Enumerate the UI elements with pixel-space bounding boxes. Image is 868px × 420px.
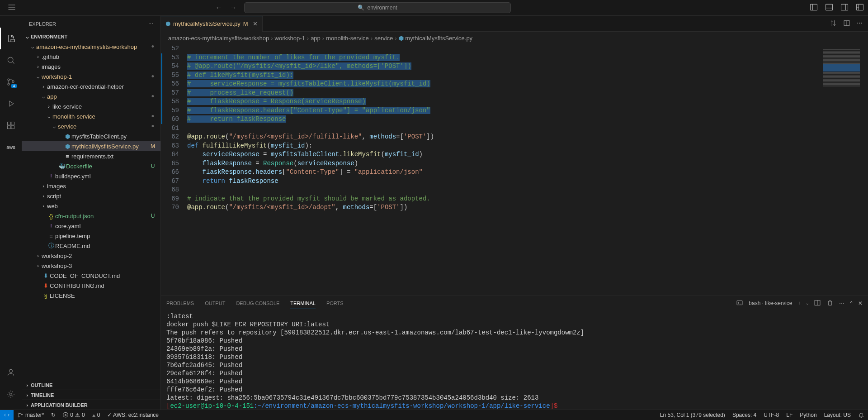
split-editor-icon[interactable] [843, 19, 850, 28]
activity-search[interactable] [0, 49, 22, 71]
panel-tabs: PROBLEMSOUTPUTDEBUG CONSOLETERMINALPORTS… [161, 296, 868, 310]
tree-item[interactable]: §LICENSE [22, 291, 160, 301]
panel-close-icon[interactable]: ✕ [858, 300, 863, 306]
app-menu-button[interactable] [7, 3, 16, 13]
breadcrumb-segment[interactable]: ⬢ mythicalMysfitsService.py [399, 35, 472, 42]
code-content[interactable]: # increment the number of likes for the … [187, 44, 868, 296]
activity-aws[interactable]: aws [0, 136, 22, 158]
tree-item[interactable]: ⬢mysfitsTableClient.py [22, 131, 160, 141]
terminal-new-icon[interactable]: + [797, 300, 801, 306]
tree-item[interactable]: ≡pipeline.temp [22, 231, 160, 241]
status-indent[interactable]: Spaces: 4 [729, 410, 760, 420]
status-encoding[interactable]: UTF-8 [760, 410, 783, 420]
appbuilder-section[interactable]: ›APPLICATION BUILDER [22, 400, 160, 410]
svg-rect-0 [811, 4, 817, 10]
status-layout[interactable]: Layout: US [821, 410, 854, 420]
tree-item[interactable]: !buildspec.yml [22, 171, 160, 181]
terminal-split-icon[interactable] [814, 299, 821, 308]
svg-rect-9 [11, 122, 14, 125]
remote-indicator[interactable] [0, 410, 14, 420]
status-aws[interactable]: ✓ AWS: ec2:instance [104, 410, 162, 420]
tree-item[interactable]: ≡requirements.txt [22, 151, 160, 161]
tree-item[interactable]: ›.github [22, 52, 160, 62]
tree-item[interactable]: ›web [22, 201, 160, 211]
tree-item[interactable]: ⓘREADME.md [22, 241, 160, 251]
tree-item[interactable]: ›workshop-3 [22, 261, 160, 271]
compare-changes-icon[interactable] [830, 19, 837, 28]
svg-point-6 [8, 83, 9, 85]
status-sync[interactable]: ↻ [47, 410, 59, 420]
activity-explorer[interactable] [0, 28, 22, 49]
nav-forward-icon[interactable]: → [230, 4, 237, 12]
file-tree[interactable]: ⌵amazon-ecs-mythicalmysfits-workshop•›.g… [22, 42, 160, 380]
breadcrumb[interactable]: amazon-ecs-mythicalmysfits-workshop › wo… [161, 32, 868, 44]
tree-item[interactable]: 🐳DockerfileU [22, 161, 160, 171]
activity-accounts[interactable] [0, 362, 22, 383]
tree-item[interactable]: ⬇CODE_OF_CONDUCT.md [22, 271, 160, 281]
tree-item[interactable]: ⬇CONTRIBUTING.md [22, 281, 160, 291]
nav-back-icon[interactable]: ← [215, 4, 222, 12]
terminal-shell-icon [736, 299, 743, 308]
explorer-more-icon[interactable]: ⋯ [148, 21, 153, 27]
breadcrumb-segment[interactable]: service [374, 35, 393, 42]
status-ports[interactable]: ⟁0 [89, 410, 104, 420]
status-cursor-position[interactable]: Ln 53, Col 1 (379 selected) [656, 410, 729, 420]
panel-more-icon[interactable]: ⋯ [839, 300, 844, 306]
status-eol[interactable]: LF [783, 410, 796, 420]
tree-item[interactable]: ⌵app• [22, 91, 160, 101]
statusbar: master* ↻ ⓧ0 ⚠0 ⟁0 ✓ AWS: ec2:instance L… [0, 410, 868, 420]
tab-active-file[interactable]: ⬢ mythicalMysfitsService.py M ✕ [161, 16, 263, 32]
panel-tab-terminal[interactable]: TERMINAL [290, 298, 316, 309]
layout-customize-icon[interactable] [855, 3, 864, 13]
layout-toggle-bottom-icon[interactable] [825, 3, 834, 13]
tree-item[interactable]: ›images [22, 181, 160, 191]
layout-toggle-right-icon[interactable] [840, 3, 849, 13]
editor-more-icon[interactable]: ⋯ [857, 19, 863, 28]
tree-item[interactable]: ›like-service [22, 101, 160, 111]
svg-point-7 [12, 81, 14, 82]
activity-source-control[interactable]: 4 [0, 71, 22, 93]
status-problems[interactable]: ⓧ0 ⚠0 [59, 410, 88, 420]
tree-item[interactable]: ›images [22, 62, 160, 72]
terminal-dropdown-icon[interactable]: ⌵ [806, 301, 808, 305]
status-language[interactable]: Python [796, 410, 820, 420]
activity-extensions[interactable] [0, 115, 22, 136]
breadcrumb-segment[interactable]: amazon-ecs-mythicalmysfits-workshop [168, 35, 269, 42]
minimap[interactable] [821, 44, 862, 296]
tree-item[interactable]: ⌵service• [22, 121, 160, 131]
tab-close-icon[interactable]: ✕ [253, 20, 258, 27]
layout-toggle-left-icon[interactable] [809, 3, 818, 13]
status-branch[interactable]: master* [14, 410, 47, 420]
svg-point-19 [21, 414, 22, 415]
tree-item[interactable]: !core.yaml [22, 221, 160, 231]
activity-run-debug[interactable] [0, 93, 22, 115]
panel-section: PROBLEMSOUTPUTDEBUG CONSOLETERMINALPORTS… [161, 296, 868, 410]
panel-tab-output[interactable]: OUTPUT [205, 298, 225, 309]
tree-item[interactable]: ›workshop-2 [22, 251, 160, 261]
tree-item[interactable]: ›script [22, 191, 160, 201]
tree-item[interactable]: ⌵amazon-ecs-mythicalmysfits-workshop• [22, 42, 160, 52]
tree-item[interactable]: ⌵monolith-service• [22, 111, 160, 121]
timeline-section[interactable]: ›TIMELINE [22, 390, 160, 400]
terminal-output[interactable]: :latest docker push $LIKE_ECR_REPOSITORY… [161, 310, 868, 410]
tree-item[interactable]: ⌵workshop-1• [22, 72, 160, 81]
activity-settings[interactable] [0, 383, 22, 405]
breadcrumb-segment[interactable]: workshop-1 [275, 35, 305, 42]
command-center-search[interactable]: 🔍 environment [244, 2, 511, 13]
svg-rect-2 [841, 4, 848, 10]
status-notifications-icon[interactable] [854, 410, 868, 420]
breadcrumb-segment[interactable]: monolith-service [326, 35, 369, 42]
panel-tab-ports[interactable]: PORTS [326, 298, 344, 309]
terminal-kill-icon[interactable] [826, 299, 834, 308]
tree-item[interactable]: ›amazon-ecr-credential-helper [22, 81, 160, 91]
panel-maximize-icon[interactable]: ^ [850, 300, 853, 306]
tree-item[interactable]: {}cfn-output.jsonU [22, 211, 160, 221]
panel-tab-problems[interactable]: PROBLEMS [166, 298, 194, 309]
panel-tab-debug-console[interactable]: DEBUG CONSOLE [236, 298, 279, 309]
outline-section[interactable]: ›OUTLINE [22, 380, 160, 390]
breadcrumb-segment[interactable]: app [311, 35, 321, 42]
terminal-name[interactable]: bash · like-service [749, 300, 792, 306]
explorer-root-section[interactable]: ⌵ ENVIRONMENT [22, 32, 160, 42]
sidebar-explorer: EXPLORER ⋯ ⌵ ENVIRONMENT ⌵amazon-ecs-myt… [22, 16, 161, 410]
tree-item[interactable]: ⬢mythicalMysfitsService.pyM [22, 141, 160, 151]
